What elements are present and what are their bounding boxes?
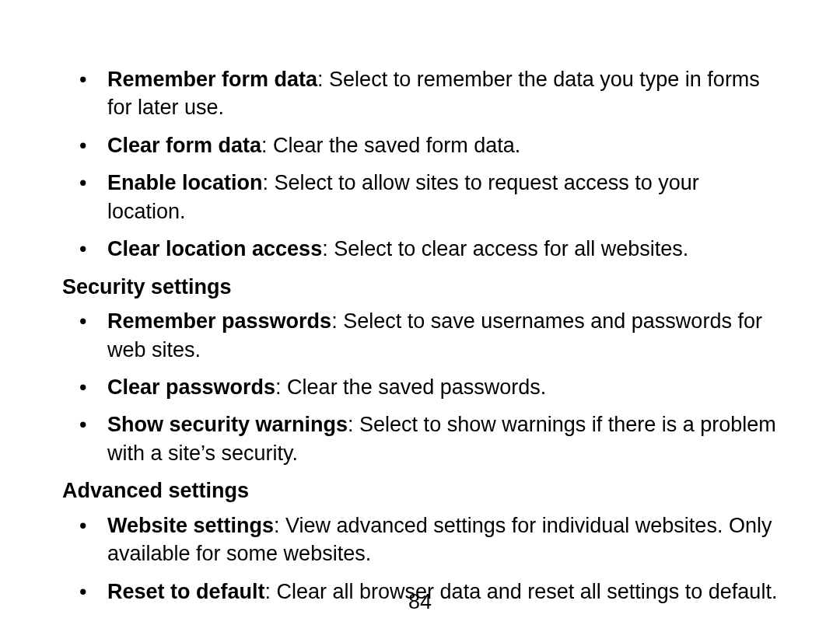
item-title: Show security warnings <box>107 413 348 436</box>
item-title: Website settings <box>107 514 274 537</box>
list-item: Enable location: Select to allow sites t… <box>107 169 778 225</box>
list-item: Show security warnings: Select to show w… <box>107 410 778 467</box>
settings-list-2: Remember passwords: Select to save usern… <box>62 307 778 467</box>
advanced-settings-heading: Advanced settings <box>62 477 778 505</box>
item-title: Clear passwords <box>107 375 275 399</box>
item-desc: : Clear the saved passwords. <box>275 375 546 399</box>
item-desc: : Clear the saved form data. <box>261 134 520 157</box>
item-desc: : Select to clear access for all website… <box>322 237 688 260</box>
list-item: Clear location access: Select to clear a… <box>107 235 778 263</box>
list-item: Clear form data: Clear the saved form da… <box>107 131 778 159</box>
item-title: Enable location <box>107 171 263 194</box>
item-title: Clear form data <box>107 134 261 157</box>
item-title: Remember passwords <box>107 309 331 333</box>
list-item: Clear passwords: Clear the saved passwor… <box>107 373 778 401</box>
security-settings-heading: Security settings <box>62 273 778 301</box>
settings-list-1: Remember form data: Select to remember t… <box>62 65 778 264</box>
document-body: Remember form data: Select to remember t… <box>62 65 778 606</box>
list-item: Remember passwords: Select to save usern… <box>107 307 778 364</box>
item-title: Remember form data <box>107 68 317 91</box>
list-item: Website settings: View advanced settings… <box>107 512 778 568</box>
page-number: 84 <box>0 590 840 614</box>
item-title: Clear location access <box>107 237 322 260</box>
list-item: Remember form data: Select to remember t… <box>107 65 778 122</box>
